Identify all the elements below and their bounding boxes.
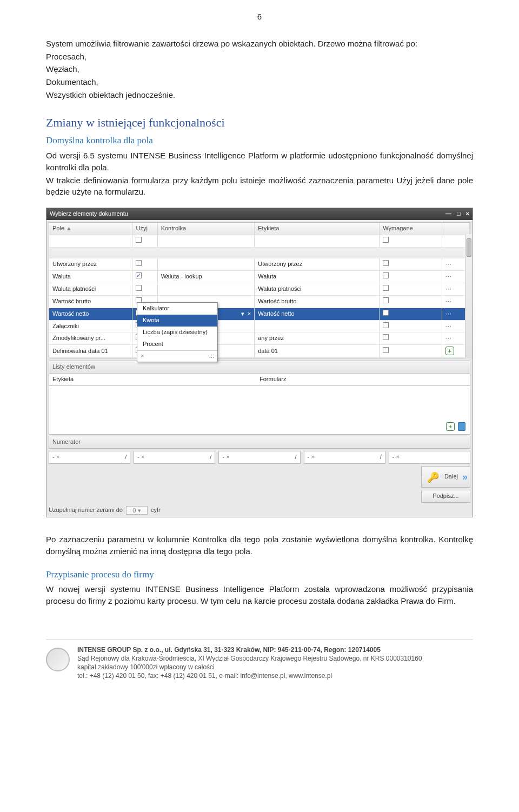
dropdown-option-selected[interactable]: Kwota — [137, 315, 217, 327]
numerator-fill-row: Uzupełniaj numer zerami do 0 ▾ cyfr — [49, 506, 161, 515]
dialog-titlebar[interactable]: Wybierz elementy dokumentu — □ × — [46, 208, 473, 220]
paragraph-1: Od wersji 6.5 systemu INTENSE Business I… — [46, 150, 473, 174]
required-checkbox[interactable] — [383, 310, 389, 316]
use-checkbox[interactable] — [136, 272, 142, 278]
table-row[interactable]: Wartość bruttoWartość brutto··· — [49, 295, 470, 308]
dropdown-option[interactable]: Procent — [137, 338, 217, 350]
delete-list-icon[interactable] — [458, 422, 465, 431]
dialog-title: Wybierz elementy dokumentu — [50, 210, 128, 218]
table-row[interactable]: Utworzony przezUtworzony przez··· — [49, 258, 470, 270]
numerator-segment[interactable]: - ×/ — [49, 451, 130, 464]
table-row[interactable]: WalutaWaluta - lookupWaluta··· — [49, 270, 470, 283]
grid-header-row: Pole ▲ Użyj Kontrolka Etykieta Wymagane — [49, 223, 470, 235]
kontrolka-dropdown[interactable]: Kalkulator Kwota Liczba (zapis dziesiętn… — [137, 302, 218, 362]
required-checkbox[interactable] — [383, 297, 389, 303]
add-icon[interactable]: + — [445, 347, 454, 355]
filter-checkbox[interactable] — [383, 237, 389, 243]
lists-empty-area: + — [49, 386, 470, 435]
col-etykieta-header[interactable]: Etykieta — [255, 223, 380, 235]
sign-button[interactable]: Podpisz... — [421, 490, 470, 503]
vertical-scrollbar[interactable] — [465, 234, 473, 358]
footer-line-3: kapitał zakładowy 100'000zł wpłacony w c… — [77, 663, 422, 671]
footer-line-1: INTENSE GROUP Sp. z o.o., ul. Gdyńska 31… — [77, 646, 381, 654]
required-checkbox[interactable] — [383, 334, 389, 340]
footer-line-4: tel.: +48 (12) 420 01 50, fax: +48 (12) … — [77, 671, 422, 680]
col-formularz[interactable]: Formularz — [260, 375, 467, 384]
col-pole-header[interactable]: Pole ▲ — [49, 223, 132, 235]
required-checkbox[interactable] — [383, 260, 389, 266]
filter-checkbox[interactable] — [136, 237, 142, 243]
required-checkbox[interactable] — [383, 322, 389, 328]
numerator-fill-input[interactable]: 0 ▾ — [126, 506, 148, 515]
section-lists-columns: Etykieta Formularz — [49, 374, 470, 386]
footer-line-2: Sąd Rejonowy dla Krakowa-Śródmieścia, XI… — [77, 654, 422, 663]
table-row[interactable]: Waluta płatnościWaluta płatności··· — [49, 283, 470, 295]
paragraph-2: W trakcie definiowania formularza przy k… — [46, 175, 473, 198]
col-etykieta-2[interactable]: Etykieta — [52, 375, 260, 384]
paragraph-4: W nowej wersji systemu INTENSE Business … — [46, 583, 473, 607]
numerator-segment[interactable]: - ×/ — [218, 451, 300, 464]
page-number: 6 — [46, 11, 473, 23]
dropdown-option[interactable]: Liczba (zapis dziesiętny) — [137, 327, 217, 338]
section-numerator-header: Numerator — [49, 436, 470, 449]
key-icon — [427, 470, 440, 483]
intro-item-4: Wszystkich obiektach jednocześnie. — [46, 89, 473, 101]
intro-paragraph: System umożliwia filtrowanie zawartości … — [46, 38, 473, 50]
dropdown-resize-handle[interactable]: × .:: — [137, 350, 217, 362]
numerator-segment[interactable]: - ×/ — [304, 451, 385, 464]
add-list-icon[interactable]: + — [446, 422, 455, 431]
use-checkbox[interactable] — [136, 285, 142, 291]
window-maximize-icon[interactable]: □ — [457, 210, 461, 218]
heading-changes: Zmiany w istniejącej funkcjonalności — [46, 114, 473, 131]
subheading-assign-process: Przypisanie procesu do firmy — [46, 568, 473, 582]
required-checkbox[interactable] — [383, 347, 389, 353]
window-minimize-icon[interactable]: — — [445, 210, 451, 218]
numerator-segment[interactable]: - ×/ — [134, 451, 215, 464]
numerator-row: - ×/ - ×/ - ×/ - ×/ - × — [49, 451, 470, 464]
intro-item-3: Dokumentach, — [46, 76, 473, 88]
table-row[interactable]: Definiowalna data 01data 01+ — [49, 345, 470, 358]
paragraph-3: Po zaznaczeniu parametru w kolumnie Kont… — [46, 534, 473, 557]
fields-grid[interactable]: Pole ▲ Użyj Kontrolka Etykieta Wymagane … — [49, 222, 470, 358]
chevron-right-icon: » — [462, 470, 464, 484]
next-button[interactable]: Dalej » — [421, 466, 470, 488]
subheading-default-control: Domyślna kontrolka dla pola — [46, 134, 473, 148]
table-row-selected[interactable]: Wartość nettoKwota ▾ ×Wartość netto··· — [49, 308, 470, 320]
dropdown-option[interactable]: Kalkulator — [137, 303, 217, 315]
table-row[interactable]: Zmodyfikowany pr...any przez··· — [49, 332, 470, 345]
use-checkbox[interactable] — [136, 260, 142, 266]
numerator-segment[interactable]: - × — [389, 451, 470, 464]
required-checkbox[interactable] — [383, 285, 389, 291]
section-lists-header: Listy elementów — [49, 361, 470, 374]
intro-item-2: Węzłach, — [46, 63, 473, 75]
col-wymagane-header[interactable]: Wymagane — [380, 223, 442, 235]
grid-filter-row[interactable] — [49, 235, 470, 247]
window-close-icon[interactable]: × — [466, 210, 469, 218]
intro-item-1: Procesach, — [46, 51, 473, 63]
col-uzyj-header[interactable]: Użyj — [132, 223, 157, 235]
company-logo-icon — [46, 648, 70, 671]
page-footer: INTENSE GROUP Sp. z o.o., ul. Gdyńska 31… — [46, 640, 473, 681]
table-row[interactable]: Załączniki··· — [49, 320, 470, 332]
app-screenshot: Wybierz elementy dokumentu — □ × Pole ▲ … — [46, 208, 473, 517]
col-kontrolka-header[interactable]: Kontrolka — [157, 223, 255, 235]
required-checkbox[interactable] — [383, 272, 389, 278]
